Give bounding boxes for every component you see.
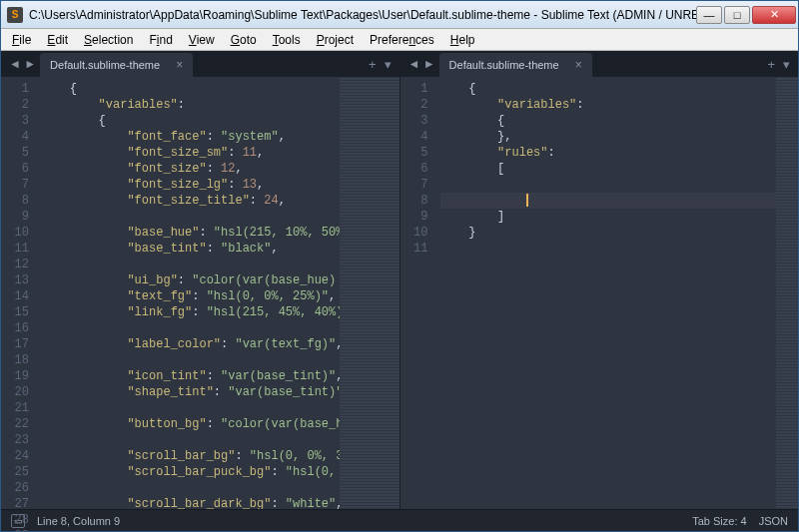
editor-split: ◄ ► Default.sublime-theme × + ▾ 12345678…	[1, 51, 798, 509]
status-tab-size[interactable]: Tab Size: 4	[692, 515, 746, 527]
right-tab-title: Default.sublime-theme	[449, 59, 559, 71]
tab-actions: + ▾	[361, 57, 400, 72]
menu-file[interactable]: File	[5, 31, 38, 49]
right-minimap[interactable]	[776, 77, 798, 509]
menu-goto-label: oto	[240, 33, 257, 47]
titlebar[interactable]: S C:\Users\Administrator\AppData\Roaming…	[1, 1, 798, 29]
tab-close-icon[interactable]: ×	[575, 58, 582, 72]
menu-view[interactable]: View	[182, 31, 222, 49]
right-gutter: 1234567891011	[400, 77, 436, 509]
menu-edit[interactable]: Edit	[40, 31, 75, 49]
menu-help-label: elp	[458, 33, 474, 47]
window-title: C:\Users\Administrator\AppData\Roaming\S…	[29, 8, 696, 22]
right-editor[interactable]: 1234567891011 { "variables": { }, "rules…	[400, 77, 799, 509]
menu-edit-label: dit	[55, 33, 68, 47]
left-tab-title: Default.sublime-theme	[50, 59, 160, 71]
app-icon: S	[7, 7, 23, 23]
status-syntax[interactable]: JSON	[759, 515, 788, 527]
right-tab[interactable]: Default.sublime-theme ×	[439, 53, 592, 77]
left-pane: ◄ ► Default.sublime-theme × + ▾ 12345678…	[1, 51, 400, 509]
menu-view-label: iew	[197, 33, 215, 47]
close-button[interactable]: ✕	[752, 6, 796, 24]
menu-preferences-label: ces	[415, 33, 434, 47]
menu-find-label: nd	[159, 33, 172, 47]
minimize-button[interactable]: —	[696, 6, 722, 24]
tab-close-icon[interactable]: ×	[176, 58, 183, 72]
tab-nav-arrows[interactable]: ◄ ►	[404, 57, 439, 71]
window-controls: — □ ✕	[696, 6, 796, 24]
new-tab-icon[interactable]: +	[767, 57, 775, 72]
menu-selection-label: election	[92, 33, 133, 47]
left-tabbar: ◄ ► Default.sublime-theme × + ▾	[1, 51, 400, 77]
menu-preferences[interactable]: Preferences	[363, 31, 441, 49]
window-frame: S C:\Users\Administrator\AppData\Roaming…	[0, 0, 799, 532]
left-minimap[interactable]	[340, 77, 400, 509]
maximize-button[interactable]: □	[724, 6, 750, 24]
menu-file-label: ile	[19, 33, 31, 47]
statusbar: ▭ Line 8, Column 9 Tab Size: 4 JSON	[1, 509, 798, 531]
menubar: File Edit Selection Find View Goto Tools…	[1, 29, 798, 51]
menu-project[interactable]: Project	[310, 31, 361, 49]
tab-menu-icon[interactable]: ▾	[783, 57, 790, 72]
menu-project-label: roject	[325, 33, 354, 47]
menu-selection[interactable]: Selection	[77, 31, 140, 49]
left-editor[interactable]: 1234567891011121314151617181920212223242…	[1, 77, 400, 509]
right-code[interactable]: { "variables": { }, "rules": [ ] }	[436, 77, 777, 509]
left-code[interactable]: { "variables": { "font_face": "system", …	[37, 77, 340, 509]
menu-goto[interactable]: Goto	[224, 31, 264, 49]
new-tab-icon[interactable]: +	[369, 57, 377, 72]
status-line-col[interactable]: Line 8, Column 9	[37, 515, 120, 527]
menu-help[interactable]: Help	[443, 31, 482, 49]
right-tabbar: ◄ ► Default.sublime-theme × + ▾	[400, 51, 799, 77]
tab-menu-icon[interactable]: ▾	[385, 57, 392, 72]
left-gutter: 1234567891011121314151617181920212223242…	[1, 77, 37, 509]
right-pane: ◄ ► Default.sublime-theme × + ▾ 12345678…	[400, 51, 799, 509]
menu-find[interactable]: Find	[142, 31, 179, 49]
menu-tools-label: ools	[279, 33, 301, 47]
tab-actions: + ▾	[759, 57, 798, 72]
menu-tools[interactable]: Tools	[266, 31, 308, 49]
tab-nav-arrows[interactable]: ◄ ►	[5, 57, 40, 71]
left-tab[interactable]: Default.sublime-theme ×	[40, 53, 193, 77]
